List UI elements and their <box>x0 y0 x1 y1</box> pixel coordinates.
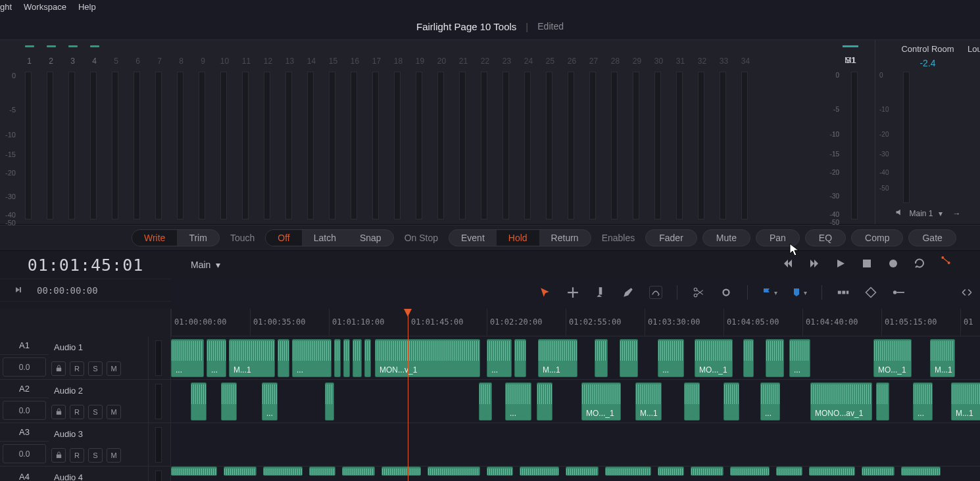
audio-clip[interactable] <box>537 382 552 421</box>
channel-meter[interactable]: 9 <box>192 40 214 224</box>
track-m-button[interactable]: M <box>107 361 121 376</box>
channel-meter[interactable]: 31 <box>670 40 691 224</box>
channel-meter[interactable]: 8 <box>170 40 192 224</box>
menu-item[interactable]: Help <box>78 2 96 12</box>
fade-tool[interactable] <box>892 286 905 299</box>
audio-clip[interactable]: M...1 <box>930 339 955 377</box>
audio-clip[interactable]: ... <box>658 339 684 377</box>
audio-clip[interactable]: M...1 <box>229 339 275 377</box>
expand-tool[interactable] <box>960 286 973 299</box>
channel-meter[interactable]: 17 <box>366 40 387 224</box>
menu-item[interactable]: Workspace <box>24 2 66 12</box>
channel-meter[interactable]: 32 <box>691 40 713 224</box>
curve-tool[interactable] <box>649 286 662 299</box>
audio-clip[interactable] <box>809 467 855 476</box>
audio-clip[interactable] <box>620 339 638 377</box>
audio-clip[interactable] <box>901 467 941 476</box>
track-m-button[interactable]: M <box>107 448 121 463</box>
time-ruler[interactable]: 01:00:00:0001:00:35:0001:01:10:0001:01:4… <box>171 309 980 336</box>
marker-tool[interactable]: ▾ <box>792 288 807 297</box>
channel-meter[interactable]: 33 <box>713 40 735 224</box>
range-tool[interactable] <box>566 286 579 299</box>
pencil-tool[interactable] <box>622 286 635 299</box>
scissors-tool[interactable] <box>692 286 705 299</box>
channel-meter[interactable]: 30 <box>648 40 670 224</box>
arrow-right-icon[interactable]: → <box>953 209 961 218</box>
off-button[interactable]: Off <box>266 230 301 246</box>
channel-meter[interactable]: 23 <box>496 40 518 224</box>
in-point-row[interactable]: 00:00:00:00 <box>0 279 171 301</box>
audio-clip[interactable]: ... <box>292 339 331 377</box>
track-s-button[interactable]: S <box>88 448 103 463</box>
audio-clip[interactable] <box>691 467 723 476</box>
audio-clip[interactable]: MONO...av_1 <box>810 382 872 421</box>
channel-meter[interactable]: 20 <box>431 40 453 224</box>
audio-clip[interactable] <box>171 467 217 476</box>
audio-clip[interactable]: ... <box>789 339 810 377</box>
channel-meter[interactable]: 15 <box>322 40 344 224</box>
channel-meter[interactable]: 7 <box>149 40 170 224</box>
audio-clip[interactable] <box>381 467 421 476</box>
timeline-selector[interactable]: Main ▾ <box>191 260 220 270</box>
audio-clip[interactable] <box>325 382 334 421</box>
audio-clip[interactable] <box>263 467 303 476</box>
monitor-select[interactable]: Main 1 ▾ → <box>875 208 980 219</box>
channel-meter[interactable]: 2 <box>40 40 62 224</box>
track-db[interactable]: 0.0 <box>3 401 46 420</box>
pointer-tool[interactable] <box>539 286 552 299</box>
keyframe-tool[interactable] <box>864 286 877 299</box>
audio-clip[interactable] <box>224 467 257 476</box>
audio-clip[interactable] <box>428 467 480 476</box>
play-button[interactable] <box>835 258 846 271</box>
audio-clip[interactable] <box>605 467 651 476</box>
channel-meter[interactable]: 28 <box>604 40 626 224</box>
channel-meter[interactable]: 1 <box>18 40 40 224</box>
lock-icon[interactable] <box>51 448 66 463</box>
audio-clip[interactable] <box>595 339 608 377</box>
track-name[interactable]: Audio 3 <box>49 423 148 445</box>
channel-meter[interactable]: 27 <box>583 40 604 224</box>
audio-clip[interactable] <box>221 382 237 421</box>
flag-tool[interactable]: ▾ <box>762 288 777 297</box>
loop-button[interactable] <box>914 258 925 271</box>
channel-meter[interactable]: 18 <box>387 40 409 224</box>
stop-button[interactable] <box>862 258 872 271</box>
write-button[interactable]: Write <box>132 230 177 246</box>
audio-clip[interactable] <box>487 467 513 476</box>
trim-button[interactable]: Trim <box>177 230 218 246</box>
latch-button[interactable]: Latch <box>302 230 348 246</box>
audio-clip[interactable] <box>353 339 362 377</box>
audio-clip[interactable] <box>479 382 492 421</box>
rewind-button[interactable] <box>783 258 793 271</box>
channel-meter[interactable]: 16 <box>344 40 366 224</box>
audio-clip[interactable] <box>776 467 802 476</box>
audio-clip[interactable]: MON...v_1 <box>375 339 480 377</box>
audio-clip[interactable]: MO..._1 <box>873 339 912 377</box>
track-name[interactable]: Audio 1 <box>49 336 148 358</box>
track-header[interactable]: A30.0Audio 3RSM <box>0 423 170 467</box>
audio-clip[interactable]: ... <box>262 382 278 421</box>
hold-button[interactable]: Hold <box>497 230 539 246</box>
audio-clip[interactable]: M...1 <box>635 382 662 421</box>
return-button[interactable]: Return <box>539 230 591 246</box>
channel-meter[interactable]: 13 <box>279 40 301 224</box>
lock-icon[interactable] <box>51 405 66 419</box>
audio-clip[interactable]: MO..._1 <box>695 339 733 377</box>
channel-meter[interactable]: 12 <box>257 40 279 224</box>
channel-meter[interactable]: 11 <box>235 40 257 224</box>
audio-clip[interactable]: ... <box>487 339 512 377</box>
automation-toggle-icon[interactable] <box>941 255 960 275</box>
timecode-display[interactable]: 01:01:45:01 <box>0 256 171 275</box>
channel-meter[interactable]: 14 <box>301 40 322 224</box>
audio-clip[interactable] <box>566 467 599 476</box>
audio-clip[interactable]: ... <box>207 339 226 377</box>
fast-forward-button[interactable] <box>809 258 820 271</box>
channel-meter[interactable]: 4 <box>84 40 105 224</box>
audio-clip[interactable] <box>364 339 371 377</box>
event-button[interactable]: Event <box>449 230 497 246</box>
enable-comp-button[interactable]: Comp <box>851 229 903 246</box>
enable-gate-button[interactable]: Gate <box>908 229 956 246</box>
blade-select-tool[interactable] <box>594 286 607 299</box>
lock-icon[interactable] <box>51 361 66 376</box>
audio-clip[interactable] <box>730 467 770 476</box>
